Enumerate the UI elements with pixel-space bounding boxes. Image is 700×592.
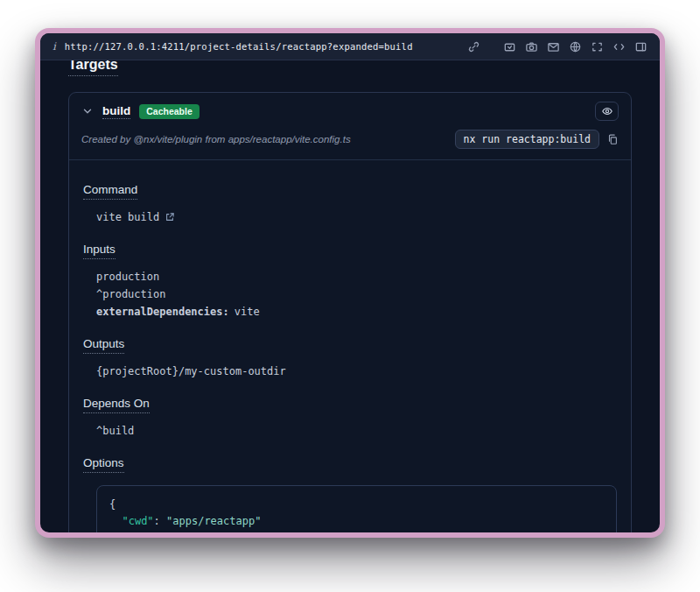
outputs-section-heading: Outputs bbox=[83, 337, 124, 354]
input-item: ^production bbox=[96, 288, 617, 300]
options-code-close: } bbox=[109, 530, 604, 532]
scan-icon[interactable] bbox=[591, 40, 604, 53]
depends-on-item: ^build bbox=[96, 425, 617, 437]
command-value: vite build bbox=[96, 211, 159, 223]
external-link-icon[interactable] bbox=[164, 212, 175, 222]
options-code-open: { bbox=[109, 497, 604, 513]
targets-heading: Targets bbox=[68, 60, 118, 76]
options-code-cwd-line: "cwd": "apps/reactapp" bbox=[109, 513, 604, 530]
inspect-icon[interactable] bbox=[503, 40, 516, 53]
output-item: {projectRoot}/my-custom-outdir bbox=[96, 365, 617, 377]
copy-icon[interactable] bbox=[606, 133, 619, 145]
target-name-build[interactable]: build bbox=[102, 104, 130, 119]
browser-viewport: i http://127.0.0.1:4211/project-details/… bbox=[40, 33, 660, 532]
code-icon[interactable] bbox=[612, 40, 626, 53]
depends-on-section-heading: Depends On bbox=[83, 397, 150, 413]
input-item: production bbox=[96, 271, 617, 283]
run-command-group: nx run reactapp:build bbox=[455, 130, 619, 149]
info-icon[interactable]: i bbox=[52, 40, 56, 53]
camera-icon[interactable] bbox=[525, 40, 538, 53]
view-target-eye-button[interactable] bbox=[595, 102, 619, 121]
build-card-body: Command vite build Inputs production ^pr… bbox=[69, 160, 631, 532]
external-deps-key: externalDependencies: bbox=[96, 306, 229, 318]
build-target-card: build Cacheable Created by @nx/vite/plug… bbox=[68, 92, 632, 532]
globe-icon[interactable] bbox=[569, 40, 582, 53]
cacheable-badge: Cacheable bbox=[139, 104, 200, 119]
run-command-chip[interactable]: nx run reactapp:build bbox=[455, 130, 599, 149]
command-section-heading: Command bbox=[83, 183, 137, 200]
input-item-external-deps: externalDependencies: vite bbox=[96, 306, 617, 318]
external-deps-value: vite bbox=[234, 306, 260, 318]
options-section-heading: Options bbox=[83, 456, 124, 473]
project-details-content[interactable]: Targets build Cacheable C bbox=[40, 60, 660, 532]
chevron-down-icon[interactable] bbox=[81, 105, 94, 117]
build-card-header: build Cacheable Created by @nx/vite/plug… bbox=[69, 93, 631, 160]
browser-topbar: i http://127.0.0.1:4211/project-details/… bbox=[40, 33, 660, 60]
inputs-section-heading: Inputs bbox=[83, 243, 116, 259]
created-by-text: Created by @nx/vite/plugin from apps/rea… bbox=[81, 134, 351, 144]
mail-icon[interactable] bbox=[547, 40, 560, 53]
url-text[interactable]: http://127.0.0.1:4211/project-details/re… bbox=[65, 41, 413, 52]
link-icon[interactable] bbox=[467, 40, 480, 53]
options-code-block: { "cwd": "apps/reactapp" } bbox=[96, 485, 617, 532]
topbar-actions bbox=[467, 40, 648, 53]
browser-window: i http://127.0.0.1:4211/project-details/… bbox=[35, 28, 665, 538]
panel-icon[interactable] bbox=[634, 40, 648, 53]
